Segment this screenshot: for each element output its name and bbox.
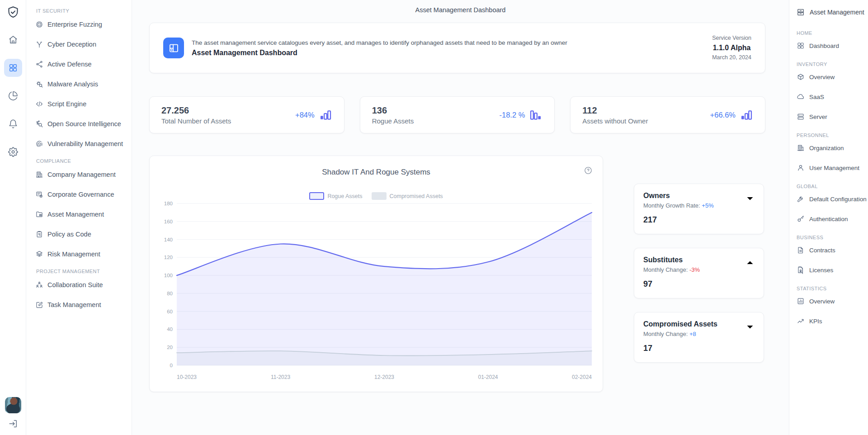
svg-text:160: 160 xyxy=(164,219,173,224)
left-sidebar: IT SECURITYEnterprise FuzzingCyber Decep… xyxy=(26,0,132,435)
kpi-delta: -3% xyxy=(689,266,700,273)
rail-button-bell-icon[interactable] xyxy=(4,115,22,133)
right-item-business-licenses[interactable]: Licenses xyxy=(789,260,868,280)
chevron-up-icon[interactable] xyxy=(745,257,755,268)
sidebar-section-project-management: PROJECT MANAGEMENTCollaboration SuiteTas… xyxy=(26,269,132,315)
legend-label: Compromised Assets xyxy=(390,193,443,199)
stat-texts: 27.256 Total Number of Assets xyxy=(161,105,231,125)
sidebar-item-label: Script Engine xyxy=(47,100,86,108)
share-icon xyxy=(35,60,43,68)
right-item-personnel-organization[interactable]: Organization xyxy=(789,138,868,158)
right-item-label: Authentication xyxy=(809,216,848,222)
service-description: The asset management service catalogues … xyxy=(192,39,567,46)
legend-label: Rogue Assets xyxy=(327,193,362,199)
legend-item-compromised-assets[interactable]: Compromised Assets xyxy=(372,192,443,200)
kpi-title: Compromised Assets xyxy=(643,320,755,328)
rail-button-apps-grid-icon[interactable] xyxy=(4,59,22,77)
kpi-card-substitutes[interactable]: Substitutes Monthly Change: -3% 97 xyxy=(634,248,764,298)
right-item-label: Default Configuration xyxy=(809,196,867,203)
stat-label: Total Number of Assets xyxy=(161,117,231,125)
clipboard-icon xyxy=(35,230,43,238)
area-chart: 02040608010012014016018010-202311-202312… xyxy=(160,200,592,388)
rail-button-pie-chart-icon[interactable] xyxy=(4,87,22,105)
sidebar-item-label: Collaboration Suite xyxy=(47,281,103,288)
right-item-label: Contracts xyxy=(809,247,835,254)
svg-text:10-2023: 10-2023 xyxy=(177,374,197,380)
sidebar-item-vulnerability-management[interactable]: Vulnerability Management xyxy=(26,134,132,154)
sidebar-item-script-engine[interactable]: Script Engine xyxy=(26,94,132,114)
sidebar-item-label: Enterprise Fuzzing xyxy=(47,21,102,28)
svg-text:100: 100 xyxy=(164,273,173,278)
sidebar-item-risk-management[interactable]: Risk Management xyxy=(26,244,132,264)
branch-icon xyxy=(35,40,43,48)
right-item-global-authentication[interactable]: Authentication xyxy=(789,209,868,229)
right-item-inventory-saas[interactable]: SaaS xyxy=(789,87,868,107)
stat-trend: -18.2 % xyxy=(499,108,542,122)
chevron-down-icon[interactable] xyxy=(745,322,755,332)
legend-swatch xyxy=(309,192,324,200)
sidebar-section-header: PROJECT MANAGEMENT xyxy=(26,269,132,275)
right-section-business: BUSINESSContractsLicenses xyxy=(789,235,868,280)
rail-button-gear-icon[interactable] xyxy=(4,143,22,161)
right-item-inventory-overview[interactable]: Overview xyxy=(789,67,868,87)
stat-value: 112 xyxy=(582,105,648,116)
service-title: Asset Management Dashboard xyxy=(192,49,567,57)
chart-legend: Rogue Assets Compromised Assets xyxy=(160,192,592,200)
right-item-label: Server xyxy=(809,113,827,120)
right-section-header: INVENTORY xyxy=(797,61,868,67)
rail-button-home-icon[interactable] xyxy=(4,31,22,49)
right-item-inventory-server[interactable]: Server xyxy=(789,107,868,127)
kpi-card-owners[interactable]: Owners Monthly Growth Rate: +5% 217 xyxy=(634,184,764,234)
stats-row: 27.256 Total Number of Assets +84% 136 R… xyxy=(149,96,765,133)
sidebar-item-enterprise-fuzzing[interactable]: Enterprise Fuzzing xyxy=(26,14,132,34)
kpi-value: 217 xyxy=(643,215,755,225)
sidebar-item-task-management[interactable]: Task Management xyxy=(26,295,132,315)
chevron-down-icon[interactable] xyxy=(745,193,755,204)
sidebar-item-label: Task Management xyxy=(47,301,101,308)
sidebar-item-malware-analysis[interactable]: Malware Analysis xyxy=(26,74,132,94)
sidebar-item-company-management[interactable]: Company Management xyxy=(26,165,132,184)
sidebar-item-active-defense[interactable]: Active Defense xyxy=(26,54,132,74)
right-item-global-default-configuration[interactable]: Default Configuration xyxy=(789,189,868,209)
sidebar-item-open-source-intelligence[interactable]: Open Source Intelligence xyxy=(26,114,132,134)
sidebar-item-label: Open Source Intelligence xyxy=(47,120,121,128)
service-version-date: March 20, 2024 xyxy=(712,53,751,62)
key-icon xyxy=(797,215,805,223)
pie-chart-icon xyxy=(8,91,18,101)
sidebar-section-it-security: IT SECURITYEnterprise FuzzingCyber Decep… xyxy=(26,8,132,154)
sidebar-item-corporate-governance[interactable]: Corporate Governance xyxy=(26,184,132,204)
service-version-block: Service Version 1.1.0 Alpha March 20, 20… xyxy=(712,34,751,62)
apps-grid-icon xyxy=(8,63,18,73)
sidebar-item-policy-as-code[interactable]: Policy as Code xyxy=(26,224,132,244)
service-info-card: The asset management service catalogues … xyxy=(149,23,765,73)
right-item-statistics-overview[interactable]: Overview xyxy=(789,291,868,311)
legend-item-rogue-assets[interactable]: Rogue Assets xyxy=(309,192,362,200)
sidebar-item-cyber-deception[interactable]: Cyber Deception xyxy=(26,34,132,54)
right-sidebar-title-row: Asset Management xyxy=(789,0,868,24)
right-item-business-contracts[interactable]: Contracts xyxy=(789,240,868,260)
right-item-home-dashboard[interactable]: Dashboard xyxy=(789,36,868,56)
right-sidebar: Asset Management HOMEDashboardINVENTORYO… xyxy=(789,0,868,435)
bars-up-icon xyxy=(740,108,753,122)
right-section-header: GLOBAL xyxy=(797,184,868,189)
kpi-title: Substitutes xyxy=(643,256,755,264)
help-circle-icon[interactable] xyxy=(584,166,593,175)
sidebar-item-asset-management[interactable]: Asset Management xyxy=(26,204,132,224)
sidebar-item-collaboration-suite[interactable]: Collaboration Suite xyxy=(26,275,132,295)
right-item-label: KPIs xyxy=(809,318,822,325)
kpi-card-compromised-assets[interactable]: Compromised Assets Monthly Change: +8 17 xyxy=(634,312,764,363)
document-gear-icon xyxy=(35,190,43,199)
right-item-label: User Management xyxy=(809,165,859,171)
folder-icon xyxy=(35,210,43,218)
sign-out-icon[interactable] xyxy=(8,419,18,429)
edit-square-icon xyxy=(35,301,43,309)
sidebar-item-label: Active Defense xyxy=(47,61,92,68)
svg-text:180: 180 xyxy=(164,201,173,206)
wrench-icon xyxy=(797,195,805,203)
user-avatar[interactable] xyxy=(5,397,21,413)
kpi-delta: +8 xyxy=(689,331,696,337)
right-item-personnel-user-management[interactable]: User Management xyxy=(789,158,868,178)
right-item-statistics-kpis[interactable]: KPIs xyxy=(789,311,868,331)
drawer-icon xyxy=(796,8,805,17)
trending-up-icon xyxy=(797,317,805,325)
